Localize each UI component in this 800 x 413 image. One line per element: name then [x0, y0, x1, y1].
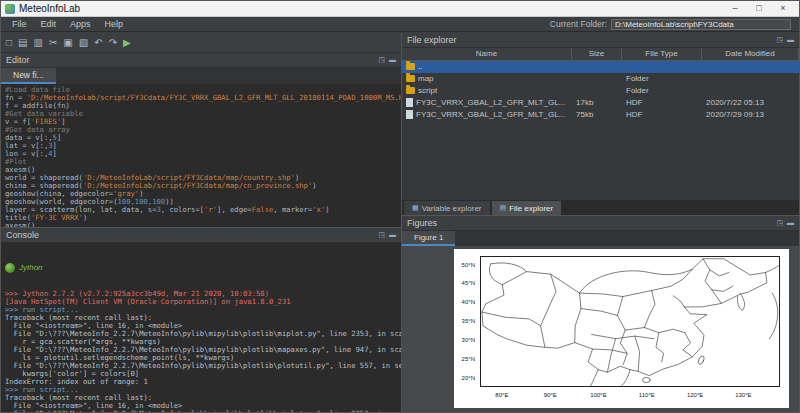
folder-icon [406, 87, 415, 94]
code-token: ], edge= [217, 205, 252, 214]
titlebar: MeteoInfoLab – □ × [1, 1, 799, 17]
file-row[interactable]: scriptFolder [402, 85, 799, 97]
jython-logo-icon [5, 263, 15, 273]
float-panel-icon[interactable]: ◳ [378, 228, 385, 242]
editor-panel-header: Editor ◳ ▬ [1, 53, 401, 68]
tab-file-explorer[interactable]: ▤File explorer [492, 201, 562, 215]
main-area: □▤▥✂▣▧↶↷▶ Editor ◳ ▬ New fi... #Load dat… [1, 33, 799, 412]
column-header-size[interactable]: Size [572, 48, 622, 60]
editor-code[interactable]: #Load data filefn = 'D:/MeteoInfoLab/scr… [1, 84, 401, 227]
maximize-button[interactable]: □ [747, 1, 771, 16]
y-tick-label: 20°N [462, 375, 475, 381]
console-panel-header: Console ◳ ▬ [1, 228, 401, 243]
close-button[interactable]: × [771, 1, 795, 16]
y-tick-label: 35°N [462, 318, 475, 324]
console-content[interactable]: Jython >>> Jython 2.7.2 (v2.7.2:925a3cc3… [1, 243, 401, 412]
console-output: >>> Jython 2.7.2 (v2.7.2:925a3cc3b49d, M… [5, 290, 397, 412]
editor-tab-new-file[interactable]: New fi... [1, 68, 56, 84]
file-explorer-panel-title: File explorer [407, 35, 457, 45]
map-plot-area [480, 256, 780, 387]
float-panel-icon[interactable]: ◳ [378, 53, 385, 67]
jython-logo-text: Jython [19, 264, 43, 272]
x-tick-label: 100°E [590, 392, 606, 398]
run-script-icon[interactable]: ▶ [123, 34, 131, 52]
file-type: HDF [622, 109, 702, 121]
file-name: .. [418, 62, 422, 71]
y-tick-label: 50°N [462, 262, 475, 268]
code-token: 'x' [312, 205, 325, 214]
y-tick-label: 45°N [462, 280, 475, 286]
code-token: ] [53, 149, 57, 158]
file-name-cell: FY3C_VRRX_GBAL_L2_GFR_MLT_GL... [402, 109, 572, 121]
save-icon[interactable]: ▥ [34, 34, 43, 52]
cut-icon[interactable]: ✂ [49, 34, 57, 52]
file-table-body: ..mapFolderscriptFolderFY3C_VRRX_GBAL_L2… [402, 61, 799, 200]
open-file-icon[interactable]: ▤ [18, 34, 27, 52]
x-tick-label: 80°E [495, 392, 508, 398]
y-tick-label: 30°N [462, 337, 475, 343]
explorer-tabs: ▦Variable explorer▤File explorer [402, 200, 799, 215]
figures-panel-title: Figures [407, 218, 437, 228]
file-type: Folder [622, 73, 702, 85]
redo-icon[interactable]: ↷ [109, 34, 117, 52]
file-name-cell: .. [402, 61, 572, 73]
minimize-button[interactable]: – [723, 1, 747, 16]
code-token: 'FY-3C VRRX' [31, 213, 83, 222]
collapse-panel-icon[interactable]: ▬ [787, 216, 794, 230]
file-explorer-panel-header: File explorer ◳ ▬ [402, 33, 799, 48]
tab-variable-explorer[interactable]: ▦Variable explorer [404, 201, 490, 215]
collapse-panel-icon[interactable]: ▬ [787, 33, 794, 47]
console-logo-row: Jython [5, 261, 397, 274]
column-header-date-modified[interactable]: Date Modified [702, 48, 799, 60]
file-name-cell: script [402, 85, 572, 97]
console-line: File "D:\???\MeteoInfo_2.2.7\MeteoInfo\p… [5, 410, 397, 412]
app-window: MeteoInfoLab – □ × FileEditAppsHelp Curr… [0, 0, 800, 413]
code-token: axesm() [5, 221, 35, 227]
collapse-panel-icon[interactable]: ▬ [389, 228, 396, 242]
float-panel-icon[interactable]: ◳ [776, 33, 783, 47]
file-table-header: NameSizeFile TypeDate Modified [402, 48, 799, 61]
file-row[interactable]: FY3C_VRRX_GBAL_L2_GFR_MLT_GL...17kbHDF20… [402, 97, 799, 109]
paste-icon[interactable]: ▧ [79, 34, 88, 52]
collapse-panel-icon[interactable]: ▬ [389, 53, 396, 67]
x-tick-label: 90°E [544, 392, 557, 398]
undo-icon[interactable]: ↶ [94, 34, 102, 52]
editor-panel: Editor ◳ ▬ New fi... #Load data filefn =… [1, 53, 401, 228]
code-token: ] [57, 133, 61, 142]
figure-tab-1[interactable]: Figure 1 [402, 231, 455, 246]
menu-item-edit[interactable]: Edit [34, 17, 64, 31]
column-header-file-type[interactable]: File Type [622, 48, 702, 60]
file-explorer-icon: ▤ [500, 204, 507, 212]
editor-panel-title: Editor [6, 55, 30, 65]
current-folder-input[interactable] [611, 19, 791, 30]
menu-item-apps[interactable]: Apps [63, 17, 98, 31]
file-date: 2020/7/22 05:13 [702, 97, 799, 109]
file-name: map [418, 74, 434, 83]
file-name: FY3C_VRRX_GBAL_L2_GFR_MLT_GL... [416, 110, 565, 119]
copy-icon[interactable]: ▣ [63, 34, 72, 52]
figure: 50°N45°N40°N35°N30°N25°N20°N 80°E90°E100… [454, 249, 789, 408]
code-line: #Plot [5, 158, 397, 166]
up-folder-icon [406, 63, 415, 70]
x-tick-label: 130°E [735, 392, 751, 398]
code-token: ) [325, 205, 329, 214]
app-icon [5, 4, 15, 14]
column-header-name[interactable]: Name [402, 48, 572, 60]
file-row[interactable]: mapFolder [402, 73, 799, 85]
y-axis-ticks: 50°N45°N40°N35°N30°N25°N20°N [454, 256, 478, 387]
menu-item-help[interactable]: Help [98, 17, 131, 31]
code-token: False [252, 205, 274, 214]
y-tick-label: 40°N [462, 299, 475, 305]
file-row[interactable]: .. [402, 61, 799, 73]
x-tick-label: 110°E [639, 392, 655, 398]
y-tick-label: 25°N [462, 356, 475, 362]
figures-panel: Figures ◳ ▬ Figure 1 50°N45°N40°N35°N30°… [402, 216, 799, 412]
float-panel-icon[interactable]: ◳ [776, 216, 783, 230]
x-tick-label: 120°E [687, 392, 703, 398]
new-file-icon[interactable]: □ [6, 34, 12, 52]
file-explorer-panel: File explorer ◳ ▬ NameSizeFile TypeDate … [402, 33, 799, 216]
current-folder-label: Current Folder: [550, 19, 607, 29]
file-row[interactable]: FY3C_VRRX_GBAL_L2_GFR_MLT_GL...75kbHDF20… [402, 109, 799, 121]
menu-item-file[interactable]: File [5, 17, 34, 31]
code-token: , colors=[ [161, 205, 204, 214]
